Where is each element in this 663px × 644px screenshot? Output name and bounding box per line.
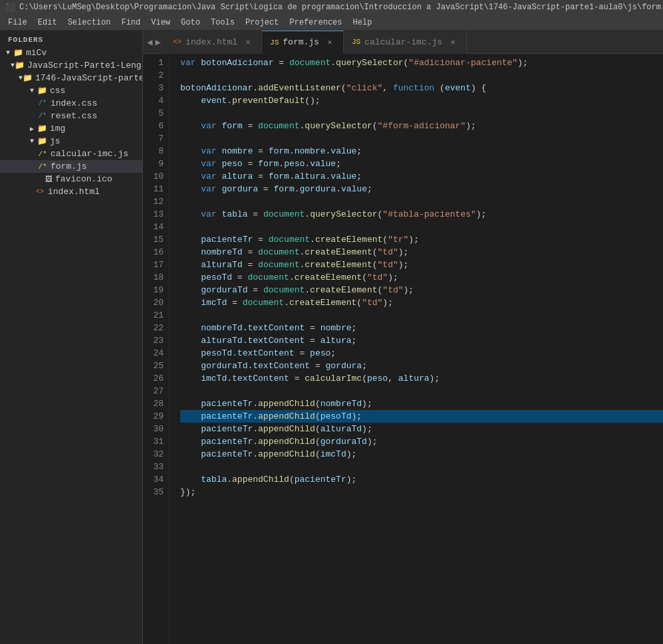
nav-back-arrow[interactable]: ◀ <box>146 35 154 49</box>
menu-goto[interactable]: Goto <box>176 17 205 29</box>
sidebar-item-index-css[interactable]: /* index.css <box>0 97 142 110</box>
menu-bar: File Edit Selection Find View Goto Tools… <box>0 15 663 31</box>
sidebar-label-calcular-imc-js: calcular-imc.js <box>51 149 128 159</box>
folder-icon-js-parte1: 📁 <box>15 60 25 70</box>
code-line-6: var form = document.querySelector("#form… <box>180 120 663 132</box>
code-line-8: var nombre = form.nombre.value; <box>180 145 663 158</box>
tab-icon-index-html: <> <box>173 38 182 46</box>
tab-label-calcular-imc-js: calcular-imc.js <box>364 37 442 47</box>
code-line-33 <box>180 461 663 473</box>
tab-close-calcular-imc-js[interactable]: ✕ <box>448 37 458 47</box>
code-line-17: alturaTd = document.createElement("td"); <box>180 259 663 271</box>
sidebar-label-1746: 1746-JavaScript-parte1-aula0 <box>35 73 142 83</box>
sidebar-label-css: css <box>50 86 65 96</box>
code-line-9: var peso = form.peso.value; <box>180 158 663 170</box>
code-line-27 <box>180 385 663 397</box>
arrow-form-js: /* <box>37 163 48 171</box>
sidebar-label-img: img <box>50 124 65 134</box>
code-line-15: pacienteTr = document.createElement("tr"… <box>180 233 663 246</box>
arrow-reset-css: /* <box>37 112 48 120</box>
code-line-16: nombreTd = document.createElement("td"); <box>180 246 663 259</box>
tab-form-js[interactable]: JS form.js ✕ <box>262 31 344 54</box>
tab-icon-form-js: JS <box>270 39 279 47</box>
title-text: C:\Users\LuMSeg\Desktop\Programacion\Jav… <box>19 3 663 12</box>
sidebar-label-js-parte1: JavaScript-Parte1-Lenguaje-de- <box>27 60 142 70</box>
code-line-34: tabla.appendChild(pacienteTr); <box>180 473 663 486</box>
arrow-micv: ▼ <box>3 49 13 56</box>
sidebar-item-img[interactable]: ▶ 📁 img <box>0 122 142 135</box>
code-line-25: gorduraTd.textContent = gordura; <box>180 360 663 372</box>
menu-find[interactable]: Find <box>116 17 146 29</box>
tab-label-form-js: form.js <box>283 37 319 47</box>
sidebar-item-css[interactable]: ▼ 📁 css <box>0 84 142 97</box>
code-line-13: var tabla = document.querySelector("#tab… <box>180 208 663 221</box>
tab-close-index-html[interactable]: ✕ <box>243 37 253 47</box>
folder-icon-css: 📁 <box>37 86 47 96</box>
code-line-1: var botonAdicionar = document.querySelec… <box>180 56 663 69</box>
code-line-19: gorduraTd = document.createElement("td")… <box>180 284 663 296</box>
sidebar-label-js: js <box>50 136 61 146</box>
sidebar-item-1746[interactable]: ▼ 📁 1746-JavaScript-parte1-aula0 <box>0 72 142 84</box>
code-line-14 <box>180 221 663 233</box>
arrow-index-html: <> <box>35 188 45 195</box>
arrow-js: ▼ <box>27 138 37 145</box>
code-line-35: }); <box>180 486 663 498</box>
sidebar-item-reset-css[interactable]: /* reset.css <box>0 110 142 122</box>
code-line-31: pacienteTr.appendChild(gorduraTd); <box>180 435 663 448</box>
menu-tools[interactable]: Tools <box>205 17 240 29</box>
code-line-10: var altura = form.altura.value; <box>180 170 663 183</box>
tab-index-html[interactable]: <> index.html ✕ <box>165 31 262 54</box>
tab-bar: ◀ ▶ <> index.html ✕ JS form.js ✕ JS calc… <box>143 31 663 54</box>
arrow-css: ▼ <box>27 87 37 94</box>
window-icon: ⬛ <box>5 3 15 13</box>
folder-icon-js: 📁 <box>37 136 47 146</box>
arrow-img: ▶ <box>27 125 37 133</box>
sidebar-label-index-css: index.css <box>51 98 97 108</box>
menu-edit[interactable]: Edit <box>33 17 63 29</box>
menu-view[interactable]: View <box>146 17 176 29</box>
code-line-28: pacienteTr.appendChild(nombreTd); <box>180 397 663 410</box>
menu-help[interactable]: Help <box>348 17 378 29</box>
sidebar: FOLDERS ▼ 📁 miCv ▼ 📁 JavaScript-Parte1-L… <box>0 31 143 644</box>
code-line-20: imcTd = document.createElement("td"); <box>180 296 663 309</box>
nav-forward-arrow[interactable]: ▶ <box>154 35 162 49</box>
sidebar-item-micv[interactable]: ▼ 📁 miCv <box>0 47 142 59</box>
code-line-11: var gordura = form.gordura.value; <box>180 183 663 195</box>
code-line-12 <box>180 195 663 208</box>
nav-arrows: ◀ ▶ <box>143 35 165 49</box>
code-line-24: pesoTd.textContent = peso; <box>180 347 663 360</box>
code-line-5 <box>180 107 663 120</box>
editor-area: ◀ ▶ <> index.html ✕ JS form.js ✕ JS calc… <box>143 31 663 644</box>
menu-project[interactable]: Project <box>240 17 284 29</box>
sidebar-label-reset-css: reset.css <box>51 111 97 121</box>
menu-preferences[interactable]: Preferences <box>284 17 347 29</box>
sidebar-label-favicon: favicon.ico <box>55 174 112 184</box>
line-numbers: 1234567891011121314151617181920212223242… <box>143 54 170 644</box>
folder-icon-img: 📁 <box>37 124 47 134</box>
arrow-index-css: /* <box>37 100 48 107</box>
sidebar-item-js-parte1[interactable]: ▼ 📁 JavaScript-Parte1-Lenguaje-de- <box>0 59 142 72</box>
code-line-22: nombreTd.textContent = nombre; <box>180 322 663 334</box>
code-line-7 <box>180 132 663 145</box>
tab-calcular-imc-js[interactable]: JS calcular-imc.js ✕ <box>344 31 467 54</box>
menu-file[interactable]: File <box>3 17 33 29</box>
sidebar-item-form-js[interactable]: /* form.js <box>0 160 142 173</box>
tab-close-form-js[interactable]: ✕ <box>325 37 335 48</box>
arrow-calcular-imc: /* <box>37 150 48 158</box>
code-line-26: imcTd.textContent = calcularImc(peso, al… <box>180 372 663 385</box>
sidebar-item-calcular-imc-js[interactable]: /* calcular-imc.js <box>0 148 142 160</box>
sidebar-label-form-js: form.js <box>51 161 87 171</box>
sidebar-item-index-html[interactable]: <> index.html <box>0 185 142 198</box>
main-layout: FOLDERS ▼ 📁 miCv ▼ 📁 JavaScript-Parte1-L… <box>0 31 663 644</box>
code-editor[interactable]: 1234567891011121314151617181920212223242… <box>143 54 663 644</box>
sidebar-item-favicon[interactable]: 🖼 favicon.ico <box>0 173 142 185</box>
tab-label-index-html: index.html <box>186 37 237 47</box>
code-content[interactable]: var botonAdicionar = document.querySelec… <box>170 54 663 644</box>
code-line-18: pesoTd = document.createElement("td"); <box>180 271 663 284</box>
code-line-32: pacienteTr.appendChild(imcTd); <box>180 448 663 461</box>
folders-header: FOLDERS <box>0 31 142 47</box>
title-bar: ⬛ C:\Users\LuMSeg\Desktop\Programacion\J… <box>0 0 663 15</box>
sidebar-item-js[interactable]: ▼ 📁 js <box>0 135 142 148</box>
code-line-30: pacienteTr.appendChild(alturaTd); <box>180 423 663 435</box>
menu-selection[interactable]: Selection <box>63 17 116 29</box>
